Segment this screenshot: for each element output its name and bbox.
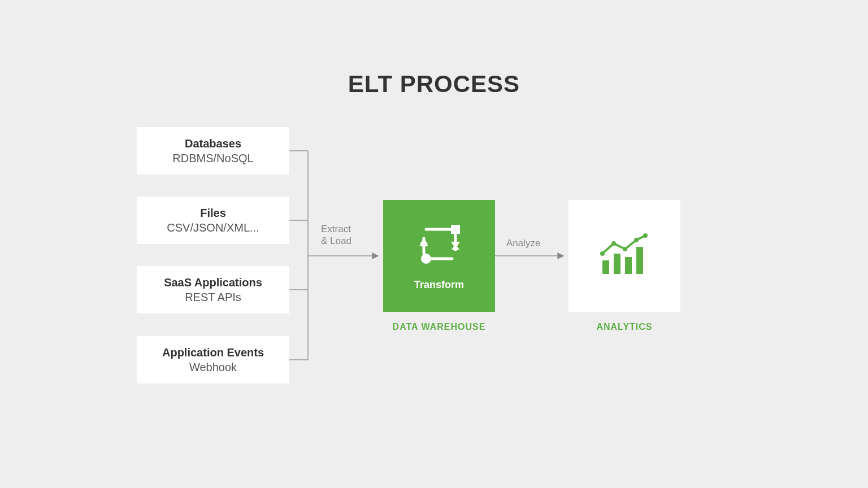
analytics-caption: ANALYTICS <box>568 322 680 332</box>
source-saas: SaaS Applications REST APIs <box>137 266 289 313</box>
transform-label: Transform <box>414 279 464 291</box>
source-sub: Webhook <box>189 360 237 374</box>
svg-rect-8 <box>625 257 632 274</box>
svg-point-12 <box>623 247 627 251</box>
diagram-title: ELT PROCESS <box>0 71 868 98</box>
source-heading: SaaS Applications <box>164 275 262 290</box>
data-warehouse-node: Transform <box>383 200 495 312</box>
source-sub: REST APIs <box>185 290 241 304</box>
source-sub: RDBMS/NoSQL <box>172 151 253 165</box>
svg-marker-5 <box>451 242 460 249</box>
source-sub: CSV/JSON/XML... <box>167 220 259 235</box>
svg-point-14 <box>643 233 648 238</box>
data-warehouse-caption: DATA WAREHOUSE <box>383 322 495 332</box>
source-heading: Application Events <box>162 345 264 360</box>
source-files: Files CSV/JSON/XML... <box>137 197 289 244</box>
bar-chart-icon <box>599 232 650 280</box>
svg-rect-6 <box>602 260 609 274</box>
analytics-node <box>568 200 680 312</box>
svg-rect-9 <box>636 247 643 274</box>
edge-label-analyze: Analyze <box>506 237 540 249</box>
edge-label-extract-load: Extract& Load <box>321 223 351 247</box>
source-heading: Databases <box>185 136 241 151</box>
source-events: Application Events Webhook <box>137 336 289 384</box>
svg-point-3 <box>421 254 431 264</box>
transform-icon <box>414 221 465 269</box>
source-databases: Databases RDBMS/NoSQL <box>137 127 289 175</box>
svg-point-11 <box>611 241 616 246</box>
svg-point-10 <box>600 251 605 256</box>
svg-point-13 <box>634 238 639 242</box>
svg-rect-2 <box>451 225 460 234</box>
svg-rect-7 <box>614 254 620 274</box>
source-heading: Files <box>200 206 226 220</box>
